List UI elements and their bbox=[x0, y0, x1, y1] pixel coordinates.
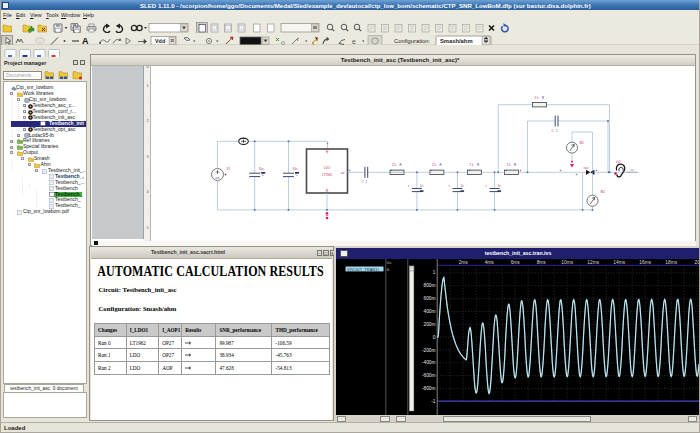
svg-text:R: R bbox=[514, 162, 516, 166]
svg-text:IB1: IB1 bbox=[580, 140, 585, 144]
svg-text:1: 1 bbox=[433, 270, 436, 275]
svg-text:LDO: LDO bbox=[324, 166, 331, 170]
svg-text:R: R bbox=[400, 162, 402, 166]
svg-text:v: v bbox=[408, 185, 410, 188]
svg-text:Vdd: Vdd bbox=[155, 38, 165, 44]
svg-text:2ms: 2ms bbox=[459, 259, 469, 264]
svg-text:2 k: 2 k bbox=[507, 162, 512, 166]
svg-text:4ms: 4ms bbox=[485, 259, 495, 264]
svg-text:2 k: 2 k bbox=[535, 95, 540, 99]
svg-text:200m: 200m bbox=[424, 321, 436, 326]
svg-text:-1: -1 bbox=[431, 398, 436, 403]
svg-text:-400m: -400m bbox=[422, 360, 436, 365]
svg-text:800m: 800m bbox=[424, 283, 436, 288]
svg-text:10u: 10u bbox=[259, 166, 264, 170]
svg-text:vout: vout bbox=[584, 166, 589, 170]
svg-text:R: R bbox=[477, 162, 479, 166]
svg-text:Smash/ahm: Smash/ahm bbox=[440, 38, 473, 44]
svg-text:-200m: -200m bbox=[422, 347, 436, 352]
svg-text:18ms: 18ms bbox=[665, 259, 677, 264]
svg-text:v: v bbox=[449, 185, 451, 188]
svg-text:R: R bbox=[439, 162, 441, 166]
svg-text:R: R bbox=[542, 95, 544, 99]
svg-text:v: v bbox=[486, 185, 488, 188]
svg-text:out: out bbox=[341, 170, 345, 174]
svg-text:-600m: -600m bbox=[422, 373, 436, 378]
svg-text:lis1: lis1 bbox=[617, 159, 622, 163]
svg-text:10ms: 10ms bbox=[561, 259, 573, 264]
svg-text:2: 2 bbox=[556, 129, 558, 133]
svg-text:C: C bbox=[552, 128, 555, 132]
svg-text:V(VOUT_TRAN1): V(VOUT_TRAN1) bbox=[347, 266, 379, 271]
svg-text:1n: 1n bbox=[498, 184, 502, 188]
svg-text:V1: V1 bbox=[227, 167, 231, 171]
svg-text:14ms: 14ms bbox=[613, 259, 625, 264]
svg-text:Configuration:: Configuration: bbox=[394, 38, 430, 44]
svg-text:1: 1 bbox=[366, 180, 368, 184]
svg-text:8ms: 8ms bbox=[537, 259, 547, 264]
svg-text:C: C bbox=[362, 179, 365, 183]
svg-text:600m: 600m bbox=[424, 296, 436, 301]
svg-text:out: out bbox=[631, 167, 635, 171]
svg-text:1n: 1n bbox=[420, 184, 424, 188]
svg-text:400m: 400m bbox=[424, 309, 436, 314]
svg-text:0s: 0s bbox=[387, 259, 392, 264]
svg-text:6ms: 6ms bbox=[511, 259, 521, 264]
svg-text:IB2: IB2 bbox=[601, 189, 606, 193]
svg-text:1n: 1n bbox=[461, 184, 465, 188]
svg-text:LT1962: LT1962 bbox=[322, 173, 332, 177]
svg-text:2 k: 2 k bbox=[432, 162, 437, 166]
svg-text:2 k: 2 k bbox=[392, 162, 397, 166]
svg-text:0: 0 bbox=[433, 334, 436, 339]
svg-text:10u: 10u bbox=[293, 166, 298, 170]
svg-text:2 k: 2 k bbox=[470, 162, 475, 166]
svg-text:-800m: -800m bbox=[422, 386, 436, 391]
svg-text:16ms: 16ms bbox=[639, 259, 651, 264]
svg-text:e: e bbox=[352, 38, 356, 45]
svg-text:12ms: 12ms bbox=[587, 259, 599, 264]
